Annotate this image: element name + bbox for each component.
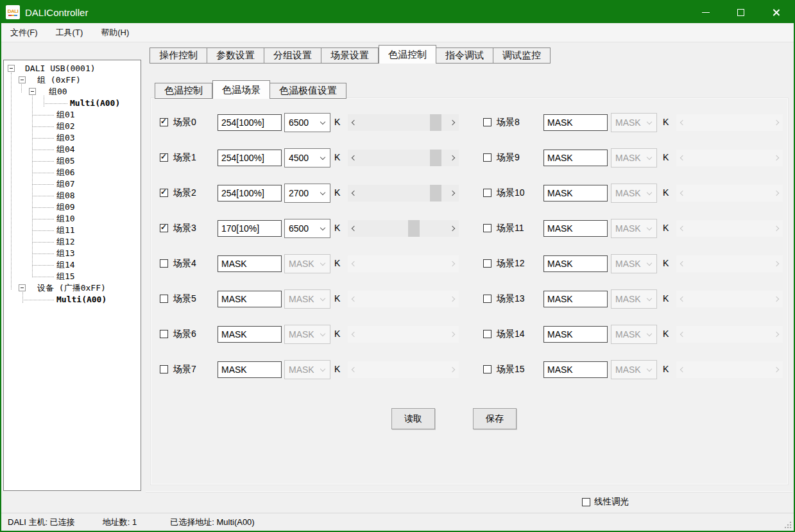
- scrollbar-right-arrow[interactable]: [448, 150, 459, 166]
- scene-6-checkbox[interactable]: [160, 330, 168, 338]
- scene-4-temp-select[interactable]: MASK: [284, 254, 330, 273]
- scene-11-level-input[interactable]: MASK: [543, 220, 608, 237]
- scene-4-level-input[interactable]: MASK: [218, 255, 282, 272]
- scene-9-temp-select[interactable]: MASK: [611, 148, 657, 167]
- scrollbar-thumb[interactable]: [430, 150, 441, 166]
- scene-6-temp-select[interactable]: MASK: [284, 325, 330, 344]
- scene-13-temp-select[interactable]: MASK: [611, 289, 657, 309]
- tree-expander-icon[interactable]: [29, 88, 36, 95]
- scene-12-level-input[interactable]: MASK: [543, 255, 608, 272]
- read-button[interactable]: 读取: [391, 408, 435, 429]
- main-tab-4[interactable]: 色温控制: [379, 45, 436, 64]
- scrollbar-right-arrow[interactable]: [772, 326, 783, 343]
- scrollbar-right-arrow[interactable]: [772, 361, 783, 378]
- scene-3-temp-scrollbar[interactable]: [348, 220, 459, 237]
- scene-13-checkbox[interactable]: [483, 295, 492, 303]
- scrollbar-right-arrow[interactable]: [448, 326, 459, 343]
- tree-expander-icon[interactable]: [19, 76, 26, 83]
- scene-2-level-input[interactable]: 254[100%]: [218, 185, 282, 202]
- scene-11-temp-select[interactable]: MASK: [611, 219, 657, 238]
- main-tab-5[interactable]: 指令调试: [436, 47, 493, 64]
- scene-2-checkbox[interactable]: [160, 189, 168, 197]
- tree-expander-icon[interactable]: [19, 284, 26, 291]
- scrollbar-left-arrow[interactable]: [676, 114, 687, 131]
- scrollbar-right-arrow[interactable]: [772, 185, 783, 202]
- scene-3-level-input[interactable]: 170[10%]: [218, 220, 282, 237]
- scrollbar-left-arrow[interactable]: [348, 361, 359, 378]
- scene-14-temp-scrollbar[interactable]: [676, 326, 783, 343]
- scene-9-temp-scrollbar[interactable]: [676, 150, 783, 166]
- main-tab-0[interactable]: 操作控制: [150, 47, 207, 64]
- menu-item-0[interactable]: 文件(F): [1, 24, 47, 42]
- scene-10-checkbox[interactable]: [483, 189, 492, 197]
- scene-12-checkbox[interactable]: [483, 259, 492, 268]
- scene-12-temp-scrollbar[interactable]: [676, 255, 783, 272]
- close-button[interactable]: [758, 0, 794, 24]
- menu-item-1[interactable]: 工具(T): [47, 24, 92, 42]
- main-tab-6[interactable]: 调试监控: [493, 47, 551, 64]
- scene-14-temp-select[interactable]: MASK: [611, 325, 657, 344]
- scene-5-level-input[interactable]: MASK: [218, 291, 282, 307]
- scene-15-temp-scrollbar[interactable]: [676, 361, 783, 378]
- scene-7-checkbox[interactable]: [160, 365, 168, 373]
- scrollbar-left-arrow[interactable]: [348, 220, 359, 237]
- scrollbar-right-arrow[interactable]: [448, 291, 459, 307]
- scrollbar-left-arrow[interactable]: [348, 255, 359, 272]
- scene-6-temp-scrollbar[interactable]: [348, 326, 459, 343]
- scene-5-temp-scrollbar[interactable]: [348, 291, 459, 307]
- scene-9-checkbox[interactable]: [483, 153, 492, 162]
- scene-0-level-input[interactable]: 254[100%]: [218, 114, 282, 131]
- scene-11-temp-scrollbar[interactable]: [676, 220, 783, 237]
- scene-15-temp-select[interactable]: MASK: [611, 360, 657, 379]
- scene-11-checkbox[interactable]: [483, 224, 492, 232]
- scene-12-temp-select[interactable]: MASK: [611, 254, 657, 273]
- scrollbar-left-arrow[interactable]: [348, 291, 359, 307]
- scene-14-level-input[interactable]: MASK: [543, 326, 608, 343]
- scene-5-temp-select[interactable]: MASK: [284, 289, 330, 309]
- scene-7-temp-scrollbar[interactable]: [348, 361, 459, 378]
- scene-2-temp-scrollbar[interactable]: [348, 185, 459, 202]
- scene-2-temp-select[interactable]: 2700: [284, 184, 330, 203]
- scene-8-checkbox[interactable]: [483, 118, 492, 126]
- scene-0-temp-select[interactable]: 6500: [284, 113, 330, 132]
- resize-grip[interactable]: [784, 521, 792, 529]
- scrollbar-left-arrow[interactable]: [676, 361, 687, 378]
- scene-13-level-input[interactable]: MASK: [543, 291, 608, 307]
- scrollbar-thumb[interactable]: [408, 220, 420, 237]
- scrollbar-left-arrow[interactable]: [676, 291, 687, 307]
- scene-7-temp-select[interactable]: MASK: [284, 360, 330, 379]
- scrollbar-left-arrow[interactable]: [348, 114, 359, 131]
- scrollbar-right-arrow[interactable]: [448, 361, 459, 378]
- sub-tab-2[interactable]: 色温极值设置: [270, 83, 346, 99]
- minimize-button[interactable]: [688, 0, 723, 24]
- scrollbar-left-arrow[interactable]: [348, 185, 359, 202]
- scene-1-temp-scrollbar[interactable]: [348, 150, 459, 166]
- scrollbar-left-arrow[interactable]: [676, 185, 687, 202]
- scrollbar-right-arrow[interactable]: [772, 255, 783, 272]
- scrollbar-right-arrow[interactable]: [772, 291, 783, 307]
- scene-0-temp-scrollbar[interactable]: [348, 114, 459, 131]
- scene-10-temp-scrollbar[interactable]: [676, 185, 783, 202]
- main-tab-2[interactable]: 分组设置: [264, 47, 321, 64]
- scene-4-temp-scrollbar[interactable]: [348, 255, 459, 272]
- scrollbar-right-arrow[interactable]: [448, 185, 459, 202]
- maximize-button[interactable]: [723, 0, 758, 24]
- scrollbar-left-arrow[interactable]: [348, 326, 359, 343]
- main-tab-1[interactable]: 参数设置: [207, 47, 264, 64]
- scene-5-checkbox[interactable]: [160, 295, 168, 303]
- main-tab-3[interactable]: 场景设置: [321, 47, 379, 64]
- scene-8-temp-select[interactable]: MASK: [611, 113, 657, 132]
- save-button[interactable]: 保存: [473, 408, 517, 429]
- scrollbar-right-arrow[interactable]: [772, 114, 783, 131]
- scrollbar-right-arrow[interactable]: [448, 114, 459, 131]
- scrollbar-left-arrow[interactable]: [676, 326, 687, 343]
- scene-7-level-input[interactable]: MASK: [218, 361, 282, 378]
- scrollbar-thumb[interactable]: [430, 185, 441, 202]
- linear-dim-checkbox[interactable]: [582, 498, 590, 506]
- scene-1-checkbox[interactable]: [160, 153, 168, 162]
- scene-0-checkbox[interactable]: [160, 118, 168, 126]
- scrollbar-right-arrow[interactable]: [448, 220, 459, 237]
- scene-3-temp-select[interactable]: 6500: [284, 219, 330, 238]
- scene-10-temp-select[interactable]: MASK: [611, 184, 657, 203]
- scene-8-level-input[interactable]: MASK: [543, 114, 608, 131]
